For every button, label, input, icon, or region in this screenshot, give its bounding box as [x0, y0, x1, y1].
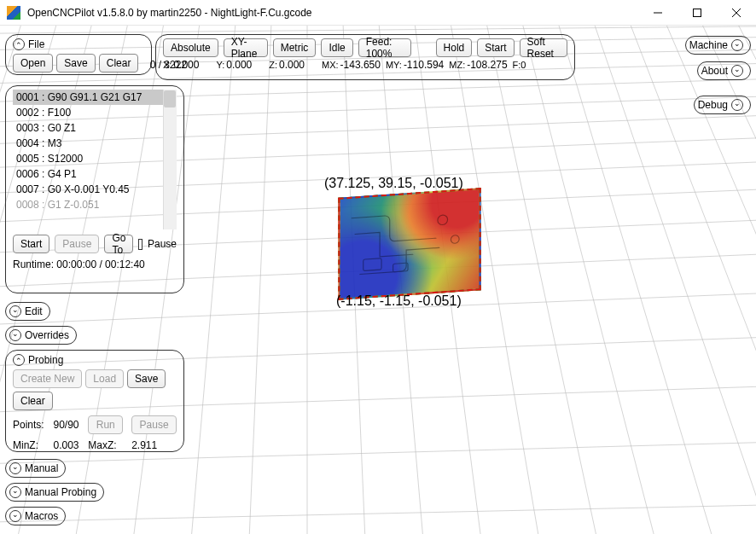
gcode-line[interactable]: 0002 : F100: [13, 105, 177, 120]
z-value: 0.000: [279, 59, 317, 71]
probe-run-button[interactable]: Run: [88, 415, 123, 434]
pause-checkbox[interactable]: [138, 239, 142, 250]
about-label: About: [701, 65, 728, 77]
f-label: F:0: [513, 60, 526, 70]
maximize-button[interactable]: [677, 0, 717, 26]
maxz-label: MaxZ:: [88, 439, 123, 451]
gcode-list[interactable]: 0001 : G90 G91.1 G21 G17 0002 : F100 000…: [13, 90, 177, 229]
chevron-down-icon: [9, 486, 21, 498]
svg-rect-46: [363, 258, 381, 271]
softreset-button[interactable]: Soft Reset: [520, 38, 567, 57]
chevron-up-icon: [13, 38, 25, 50]
idle-button[interactable]: Idle: [321, 38, 352, 57]
save-button[interactable]: Save: [56, 54, 95, 73]
gcode-start-button[interactable]: Start: [13, 235, 49, 253]
metric-button[interactable]: Metric: [273, 38, 317, 57]
z-label: Z:: [269, 60, 277, 70]
gcode-line[interactable]: 0001 : G90 G91.1 G21 G17: [13, 90, 177, 105]
my-label: MY:: [386, 60, 402, 70]
coord-label-bottom: (-1.15, -1.15, -0.051): [336, 293, 462, 309]
points-value: 90/90: [53, 419, 79, 431]
probe-clear-button[interactable]: Clear: [13, 392, 53, 410]
plane-button[interactable]: XY-Plane: [224, 38, 268, 57]
svg-line-20: [0, 503, 756, 524]
about-panel-toggle[interactable]: About: [697, 61, 751, 80]
mz-label: MZ:: [449, 60, 465, 70]
absolute-button[interactable]: Absolute: [163, 38, 218, 57]
overrides-label: Overrides: [25, 329, 69, 341]
clear-button[interactable]: Clear: [99, 54, 139, 73]
y-value: 0.000: [226, 59, 264, 71]
runtime-label: Runtime: 00:00:00 / 00:12:40: [13, 258, 177, 270]
scrollbar[interactable]: [163, 90, 177, 229]
manual-probing-label: Manual Probing: [25, 486, 96, 498]
points-label: Points:: [13, 419, 44, 431]
close-button[interactable]: [717, 0, 756, 26]
gcode-line[interactable]: 0007 : G0 X-0.001 Y0.45: [13, 182, 177, 197]
gcode-line[interactable]: 0006 : G4 P1: [13, 166, 177, 182]
edit-label: Edit: [25, 305, 43, 317]
svg-point-45: [451, 235, 459, 243]
macros-label: Macros: [25, 510, 58, 522]
debug-panel-toggle[interactable]: Debug: [694, 96, 751, 114]
macros-panel-toggle[interactable]: Macros: [5, 507, 66, 525]
gcode-pause-button[interactable]: Pause: [55, 235, 99, 253]
probing-header-label: Probing: [28, 354, 63, 366]
file-panel: File Open Save Clear 0 / 3222: [5, 34, 152, 75]
probe-create-button[interactable]: Create New: [13, 369, 82, 388]
minimize-button[interactable]: [638, 0, 677, 26]
my-value: -110.594: [404, 59, 444, 71]
gcode-line[interactable]: 0004 : M3: [13, 136, 177, 151]
open-button[interactable]: Open: [13, 54, 53, 73]
mx-value: -143.650: [340, 59, 381, 71]
probing-panel: Probing Create New Load Save Clear Point…: [5, 350, 184, 452]
edit-panel-toggle[interactable]: Edit: [5, 302, 50, 321]
x-value: 0.000: [173, 59, 211, 71]
machine-panel-toggle[interactable]: Machine: [685, 36, 751, 55]
gcode-goto-button[interactable]: Go To: [104, 235, 133, 253]
manual-panel-toggle[interactable]: Manual: [5, 459, 66, 478]
feed-button[interactable]: Feed: 100%: [358, 38, 411, 57]
manual-probing-panel-toggle[interactable]: Manual Probing: [5, 483, 104, 502]
overrides-panel-toggle[interactable]: Overrides: [5, 326, 77, 345]
gcode-line[interactable]: 0003 : G0 Z1: [13, 120, 177, 136]
probe-load-button[interactable]: Load: [85, 369, 124, 388]
svg-line-36: [512, 26, 666, 534]
probe-save-button[interactable]: Save: [127, 369, 166, 388]
gcode-line[interactable]: 0005 : S12000: [13, 151, 177, 166]
hold-button[interactable]: Hold: [436, 38, 473, 57]
chevron-down-icon: [731, 39, 743, 51]
chevron-down-icon: [9, 305, 21, 317]
file-header[interactable]: File: [13, 38, 144, 50]
svg-line-29: [247, 26, 273, 534]
file-header-label: File: [28, 38, 44, 50]
minz-value: 0.003: [53, 439, 79, 451]
x-label: X:: [163, 60, 172, 70]
svg-line-43: [751, 26, 756, 534]
chevron-up-icon: [13, 354, 25, 366]
scrollbar-thumb[interactable]: [164, 90, 176, 107]
y-label: Y:: [216, 60, 224, 70]
status-panel: Absolute XY-Plane Metric Idle Feed: 100%…: [155, 34, 575, 80]
window-controls: [638, 0, 756, 26]
svg-point-44: [438, 215, 448, 225]
gcode-panel: 0001 : G90 G91.1 G21 G17 0002 : F100 000…: [5, 85, 184, 293]
coord-label-top: (37.125, 39.15, -0.051): [324, 176, 463, 191]
chevron-down-icon: [9, 329, 21, 341]
gcode-line[interactable]: 0008 : G1 Z-0.051: [13, 197, 177, 212]
chevron-down-icon: [731, 65, 743, 77]
start-button[interactable]: Start: [477, 38, 514, 57]
machine-label: Machine: [689, 39, 728, 51]
chevron-down-icon: [731, 99, 743, 111]
probe-pause-button[interactable]: Pause: [131, 415, 177, 434]
manual-label: Manual: [25, 462, 58, 474]
pause-checkbox-label: Pause: [148, 238, 177, 250]
titlebar: OpenCNCPilot v1.5.8.0 by martin2250 - Ni…: [0, 0, 756, 26]
minz-label: MinZ:: [13, 439, 44, 451]
svg-line-35: [478, 26, 606, 534]
chevron-down-icon: [9, 510, 21, 522]
debug-label: Debug: [698, 99, 728, 111]
mx-label: MX:: [322, 60, 339, 70]
probing-header[interactable]: Probing: [13, 354, 177, 366]
svg-rect-1: [694, 9, 701, 16]
